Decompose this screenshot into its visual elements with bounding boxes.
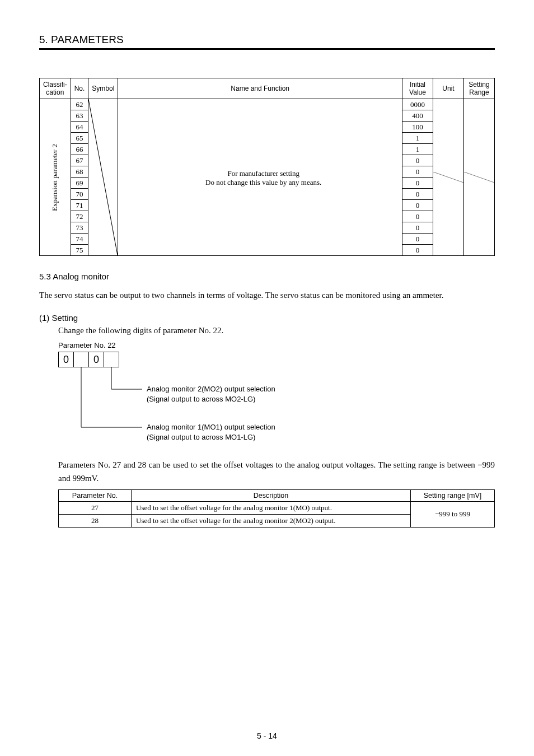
label1a: Analog monitor 2(MO2) output selection bbox=[147, 385, 275, 393]
analog-monitor-body: The servo status can be output to two ch… bbox=[39, 289, 495, 302]
diagram-lines: Analog monitor 2(MO2) output selection (… bbox=[58, 367, 338, 456]
initial-value-cell: 400 bbox=[402, 110, 433, 122]
th-no: No. bbox=[71, 78, 88, 99]
offset-table: Parameter No. Description Setting range … bbox=[58, 489, 495, 528]
initial-value-cell: 0 bbox=[402, 245, 433, 256]
param-boxes: 0 0 bbox=[58, 352, 495, 367]
parameter-diagram: Parameter No. 22 0 0 Analog monitor 2(MO… bbox=[58, 341, 495, 459]
t2-desc-1: Used to set the offset voltage for the a… bbox=[132, 514, 411, 527]
label2a: Analog monitor 1(MO1) output selection bbox=[147, 423, 275, 431]
page-number: 5 - 14 bbox=[0, 731, 534, 740]
t2-range: −999 to 999 bbox=[411, 501, 495, 527]
th-pno: Parameter No. bbox=[59, 489, 132, 501]
no-cell: 63 bbox=[71, 110, 88, 122]
no-cell: 71 bbox=[71, 200, 88, 211]
initial-value-cell: 1 bbox=[402, 144, 433, 155]
parameter-table: Classifi- cation No. Symbol Name and Fun… bbox=[39, 78, 495, 256]
t2-desc-0: Used to set the offset voltage for the a… bbox=[132, 501, 411, 514]
no-cell: 67 bbox=[71, 155, 88, 166]
t2-pno-0: 27 bbox=[59, 501, 132, 514]
unit-diag bbox=[433, 99, 464, 256]
initial-value-cell: 0 bbox=[402, 211, 433, 222]
initial-value-cell: 0 bbox=[402, 222, 433, 234]
no-cell: 65 bbox=[71, 133, 88, 144]
svg-line-0 bbox=[88, 99, 118, 255]
initial-value-cell: 0 bbox=[402, 178, 433, 189]
th-classification: Classifi- cation bbox=[40, 78, 71, 99]
pbox-3: 0 bbox=[88, 352, 104, 367]
th-symbol: Symbol bbox=[88, 78, 118, 99]
label1b: (Signal output to across MO2-LG) bbox=[147, 395, 255, 403]
no-cell: 64 bbox=[71, 122, 88, 133]
initial-value-cell: 0 bbox=[402, 166, 433, 178]
setting-heading: (1) Setting bbox=[39, 313, 495, 323]
no-cell: 74 bbox=[71, 234, 88, 245]
no-cell: 72 bbox=[71, 211, 88, 222]
no-cell: 70 bbox=[71, 189, 88, 200]
name-function-cell: For manufacturer settingDo not change th… bbox=[118, 99, 402, 256]
th-range2: Setting range [mV] bbox=[411, 489, 495, 501]
table-row: Expansion parameter 262For manufacturer … bbox=[40, 99, 495, 110]
symbol-diag bbox=[88, 99, 118, 256]
pbox-4 bbox=[104, 352, 119, 367]
th-desc: Description bbox=[132, 489, 411, 501]
initial-value-cell: 0 bbox=[402, 234, 433, 245]
range-diag bbox=[464, 99, 495, 256]
svg-line-1 bbox=[433, 172, 463, 183]
analog-monitor-heading: 5.3 Analog monitor bbox=[39, 272, 495, 281]
t2-pno-1: 28 bbox=[59, 514, 132, 527]
label2b: (Signal output to across MO1-LG) bbox=[147, 433, 255, 441]
initial-value-cell: 100 bbox=[402, 122, 433, 133]
svg-line-2 bbox=[464, 172, 494, 183]
no-cell: 69 bbox=[71, 178, 88, 189]
no-cell: 75 bbox=[71, 245, 88, 256]
pbox-1: 0 bbox=[58, 352, 74, 367]
offset-body: Parameters No. 27 and 28 can be used to … bbox=[58, 459, 495, 485]
initial-value-cell: 0 bbox=[402, 200, 433, 211]
classification-cell: Expansion parameter 2 bbox=[40, 99, 71, 256]
no-cell: 68 bbox=[71, 166, 88, 178]
th-unit: Unit bbox=[433, 78, 464, 99]
no-cell: 73 bbox=[71, 222, 88, 234]
no-cell: 66 bbox=[71, 144, 88, 155]
th-name: Name and Function bbox=[118, 78, 402, 99]
th-initial: Initial Value bbox=[402, 78, 433, 99]
section-heading: 5. PARAMETERS bbox=[39, 34, 495, 46]
no-cell: 62 bbox=[71, 99, 88, 110]
initial-value-cell: 0 bbox=[402, 155, 433, 166]
th-range: Setting Range bbox=[464, 78, 495, 99]
title-rule bbox=[39, 48, 495, 50]
classification-label: Expansion parameter 2 bbox=[50, 144, 59, 211]
initial-value-cell: 0000 bbox=[402, 99, 433, 110]
initial-value-cell: 1 bbox=[402, 133, 433, 144]
pbox-2 bbox=[73, 352, 89, 367]
param-title: Parameter No. 22 bbox=[58, 341, 495, 349]
setting-line: Change the following digits of parameter… bbox=[58, 326, 495, 335]
initial-value-cell: 0 bbox=[402, 189, 433, 200]
